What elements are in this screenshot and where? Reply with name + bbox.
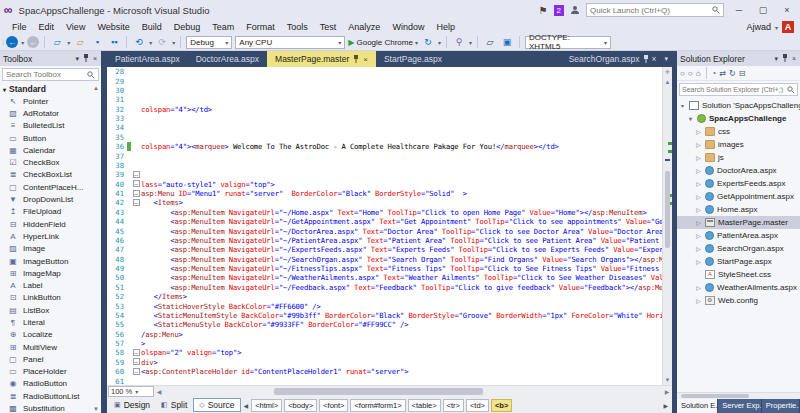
- tab-close-icon[interactable]: ×: [363, 55, 368, 64]
- toolbox-item-substitution[interactable]: ▩Substitution: [0, 402, 101, 413]
- expander-icon[interactable]: ▷: [695, 219, 702, 226]
- tree-item-homeaspx[interactable]: ▷Home.aspx: [677, 203, 800, 216]
- toolbox-item-hiddenfield[interactable]: ⊟HiddenField: [0, 218, 101, 230]
- collapse-region-icon[interactable]: –: [133, 358, 140, 365]
- tree-item-spacappschallenge[interactable]: ▾SpacAppsChallenge: [677, 112, 800, 125]
- start-debugging-button[interactable]: ▶ Google Chrome ▾: [348, 38, 418, 47]
- solution-platform-combo[interactable]: Any CPU▾: [235, 36, 345, 49]
- solution-explorer-header[interactable]: Solution Explorer ▾ ×: [677, 51, 800, 66]
- expander-icon[interactable]: ▷: [695, 258, 702, 265]
- quick-launch-box[interactable]: [586, 3, 724, 17]
- code-line[interactable]: 36colspan="4"><marquee> Welcome To The A…: [107, 142, 672, 151]
- toolbox-section-standard[interactable]: ▾ Standard ▲: [0, 83, 101, 95]
- undo-dropdown-icon[interactable]: ▾: [149, 39, 152, 46]
- collapse-region-icon[interactable]: –: [133, 171, 140, 178]
- tree-item-solutionspacappschallenge1project[interactable]: ▾Solution 'SpacAppsChallenge' (1 project…: [677, 99, 800, 112]
- solution-explorer-close-icon[interactable]: ×: [791, 55, 797, 62]
- solution-explorer-search-box[interactable]: [679, 83, 798, 96]
- tree-item-weatherailmentsaspx[interactable]: ▷WeatherAilments.aspx: [677, 281, 800, 294]
- toolbox-item-bulletedlist[interactable]: ≡BulletedList: [0, 120, 101, 132]
- feedback-icon[interactable]: [570, 5, 580, 15]
- code-line[interactable]: 42– <Items>: [107, 198, 672, 207]
- toolbox-item-radiobuttonlist[interactable]: ≣RadioButtonList: [0, 390, 101, 402]
- toolbox-item-image[interactable]: ▨Image: [0, 243, 101, 255]
- new-file-icon[interactable]: ▱: [50, 36, 64, 49]
- open-file-icon[interactable]: ▱: [73, 36, 87, 49]
- toolbox-search-input[interactable]: [6, 70, 85, 79]
- code-line[interactable]: 28: [107, 67, 672, 76]
- code-line[interactable]: 35: [107, 133, 672, 142]
- tree-item-searchorganaspx[interactable]: ▷SearchOrgan.aspx: [677, 242, 800, 255]
- tag-crumb-table[interactable]: <table>: [408, 399, 441, 412]
- solution-explorer-menu-icon[interactable]: ▾: [773, 55, 779, 63]
- format-document-icon[interactable]: ▣: [500, 36, 514, 49]
- user-avatar[interactable]: A: [782, 21, 794, 33]
- solution-configuration-combo[interactable]: Debug▾: [186, 36, 232, 49]
- tree-item-stylesheetcss[interactable]: StyleSheet.css: [677, 268, 800, 281]
- toolbox-item-checkbox[interactable]: ☑CheckBox: [0, 156, 101, 168]
- solution-explorer-hscroll-thumb[interactable]: [681, 394, 749, 398]
- toolbox-item-placeholder[interactable]: ▭PlaceHolder: [0, 366, 101, 378]
- tag-crumb-tr[interactable]: <tr>: [443, 399, 464, 412]
- tag-crumb-td[interactable]: <td>: [466, 399, 489, 412]
- menu-item-view[interactable]: View: [60, 21, 91, 33]
- tree-item-doctorareaaspx[interactable]: ▷DoctorArea.aspx: [677, 164, 800, 177]
- toolbox-pin-icon[interactable]: [82, 54, 90, 63]
- code-line[interactable]: 60–<asp:ContentPlaceHolder id="ContentPl…: [107, 367, 672, 376]
- restore-button[interactable]: ▢: [754, 3, 772, 17]
- menu-item-format[interactable]: Format: [240, 21, 281, 33]
- code-line[interactable]: 52 </Items>: [107, 292, 672, 301]
- expander-icon[interactable]: ▾: [687, 115, 694, 122]
- outlining-margin[interactable]: –: [131, 171, 141, 179]
- expander-icon[interactable]: ▷: [695, 167, 702, 174]
- tag-nav-left-icon[interactable]: ◀: [242, 402, 251, 409]
- menu-item-test[interactable]: Test: [314, 21, 343, 33]
- toolbox-item-contentplaceh[interactable]: ▢ContentPlaceH...: [0, 181, 101, 193]
- toolbox-item-listbox[interactable]: ▤ListBox: [0, 304, 101, 316]
- code-line[interactable]: 30: [107, 86, 672, 95]
- tree-item-startpageaspx[interactable]: ▷StartPage.aspx: [677, 255, 800, 268]
- toolbox-item-calendar[interactable]: ▦Calendar: [0, 144, 101, 156]
- scroll-up-icon[interactable]: ▲: [665, 77, 671, 87]
- expander-icon[interactable]: ▷: [695, 284, 702, 291]
- redo-icon[interactable]: ⟳: [155, 36, 169, 49]
- code-line[interactable]: 31: [107, 95, 672, 104]
- toolwindow-tab-serverexp[interactable]: Server Exp...: [718, 399, 761, 413]
- expander-icon[interactable]: ▷: [695, 193, 702, 200]
- tree-item-css[interactable]: ▷css: [677, 125, 800, 138]
- scroll-left-icon[interactable]: ◀: [154, 388, 164, 395]
- code-line[interactable]: 50 <asp:MenuItem NavigateUrl="~/WeatherA…: [107, 273, 672, 282]
- tag-crumb-b[interactable]: <b>: [491, 399, 512, 412]
- tab-pin-icon[interactable]: [353, 55, 359, 63]
- expander-icon[interactable]: ▷: [695, 245, 702, 252]
- scrollbar-track[interactable]: [663, 87, 672, 375]
- toolbox-search-box[interactable]: [2, 68, 99, 81]
- toolbox-item-imagemap[interactable]: ⊞ImageMap: [0, 267, 101, 279]
- expander-icon[interactable]: ▷: [695, 232, 702, 239]
- tag-crumb-font[interactable]: <font>: [319, 399, 348, 412]
- toolbox-item-button[interactable]: ▭Button: [0, 132, 101, 144]
- close-button[interactable]: ×: [778, 3, 796, 17]
- toolbox-item-pointer[interactable]: ↖Pointer: [0, 95, 101, 107]
- preview-tab-close-icon[interactable]: ×: [652, 54, 657, 64]
- toolbox-item-radiobutton[interactable]: ◉RadioButton: [0, 378, 101, 390]
- design-view-button[interactable]: ▣ Design: [109, 399, 155, 411]
- document-list-dropdown-icon[interactable]: ▾: [660, 55, 672, 63]
- editor-vertical-scrollbar[interactable]: ✛ ▲ ▼: [662, 67, 672, 385]
- code-line[interactable]: 56/asp:Menu>: [107, 330, 672, 339]
- new-file-dropdown-icon[interactable]: ▾: [67, 39, 70, 46]
- tree-item-patientareaaspx[interactable]: ▷PatientArea.aspx: [677, 229, 800, 242]
- collapse-region-icon[interactable]: –: [133, 180, 140, 187]
- scrollbar-splitter-icon[interactable]: ✛: [665, 67, 670, 77]
- outlining-margin[interactable]: –: [131, 349, 141, 357]
- toolbox-close-icon[interactable]: ×: [92, 55, 98, 62]
- tree-item-expertsfeedsaspx[interactable]: ▷ExpertsFeeds.aspx: [677, 177, 800, 190]
- toolbox-item-localize[interactable]: ⊕Localize: [0, 329, 101, 341]
- tag-crumb-html[interactable]: <html>: [251, 399, 282, 412]
- code-line[interactable]: 47 <asp:MenuItem NavigateUrl="~/ExpertsF…: [107, 245, 672, 254]
- tag-crumb-body[interactable]: <body>: [284, 399, 317, 412]
- scrollbar-thumb[interactable]: [665, 171, 670, 249]
- menu-item-tools[interactable]: Tools: [281, 21, 314, 33]
- tab-patientarea.aspx[interactable]: PatientArea.aspx: [107, 51, 188, 67]
- code-line[interactable]: 53 <StaticHoverStyle BackColor="#FF6600"…: [107, 301, 672, 310]
